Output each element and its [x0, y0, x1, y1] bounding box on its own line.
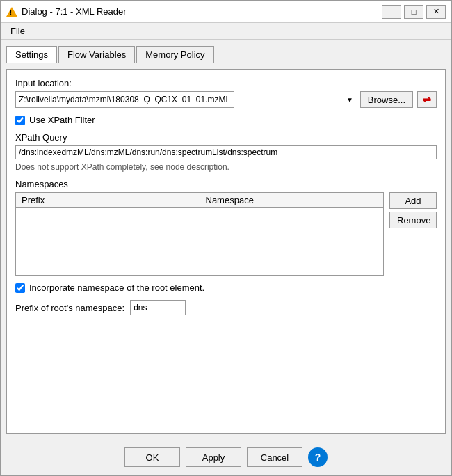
prefix-column-header: Prefix	[16, 193, 200, 207]
namespaces-group: Namespaces Prefix Namespace Add Remove	[15, 179, 437, 276]
minimize-button[interactable]: —	[382, 5, 401, 19]
dropdown-arrow-icon: ▼	[346, 96, 353, 104]
window-title: Dialog - 7:1 - XML Reader	[22, 6, 127, 17]
help-button[interactable]: ?	[308, 447, 328, 467]
tab-flow-variables[interactable]: Flow Variables	[58, 46, 135, 63]
menu-bar: File	[1, 23, 451, 40]
bottom-bar: OK Apply Cancel ?	[1, 439, 451, 475]
maximize-button[interactable]: □	[404, 5, 423, 19]
namespace-table-header: Prefix Namespace	[16, 193, 383, 208]
connect-icon-button[interactable]: ⇌	[417, 91, 437, 108]
input-location-label: Input location:	[15, 78, 437, 88]
title-bar-left: Dialog - 7:1 - XML Reader	[6, 6, 127, 17]
ok-button[interactable]: OK	[124, 447, 180, 467]
tab-bar: Settings Flow Variables Memory Policy	[6, 45, 446, 63]
input-location-row: Z:\rolivella\mydata\mzml\180308_Q_QC1X_0…	[15, 91, 437, 108]
tab-memory-policy[interactable]: Memory Policy	[136, 46, 213, 63]
tab-settings[interactable]: Settings	[6, 46, 57, 63]
input-location-select[interactable]: Z:\rolivella\mydata\mzml\180308_Q_QC1X_0…	[15, 91, 234, 108]
input-location-dropdown-wrapper: Z:\rolivella\mydata\mzml\180308_Q_QC1X_0…	[15, 91, 356, 108]
incorporate-namespace-row: Incorporate namespace of the root elemen…	[15, 283, 437, 293]
xpath-query-label: XPath Query	[15, 132, 437, 143]
title-bar-controls: — □ ✕	[382, 5, 446, 19]
remove-namespace-button[interactable]: Remove	[389, 212, 437, 228]
namespace-column-header: Namespace	[200, 193, 384, 207]
add-namespace-button[interactable]: Add	[389, 192, 437, 209]
use-xpath-filter-row: Use XPath Filter	[15, 115, 437, 125]
use-xpath-filter-label: Use XPath Filter	[29, 115, 95, 125]
namespace-table-body	[16, 208, 383, 271]
connect-icon: ⇌	[423, 94, 431, 105]
use-xpath-filter-checkbox[interactable]	[15, 116, 25, 125]
content-area: Settings Flow Variables Memory Policy In…	[1, 40, 451, 439]
warning-icon	[6, 6, 17, 17]
title-bar: Dialog - 7:1 - XML Reader — □ ✕	[1, 1, 451, 23]
namespaces-row: Prefix Namespace Add Remove	[15, 192, 437, 276]
file-menu[interactable]: File	[6, 24, 29, 38]
prefix-root-label: Prefix of root's namespace:	[15, 303, 124, 313]
input-location-group: Input location: Z:\rolivella\mydata\mzml…	[15, 78, 437, 108]
apply-button[interactable]: Apply	[186, 447, 241, 467]
xpath-query-input[interactable]	[15, 145, 437, 159]
prefix-root-input[interactable]	[130, 300, 186, 315]
namespace-buttons: Add Remove	[389, 192, 437, 228]
incorporate-namespace-checkbox[interactable]	[15, 283, 25, 293]
close-button[interactable]: ✕	[426, 5, 446, 19]
cancel-button[interactable]: Cancel	[247, 447, 302, 467]
xpath-query-group: XPath Query Does not support XPath compl…	[15, 132, 437, 172]
browse-button[interactable]: Browse...	[360, 91, 413, 108]
settings-panel: Input location: Z:\rolivella\mydata\mzml…	[6, 69, 446, 434]
prefix-root-row: Prefix of root's namespace:	[15, 300, 437, 315]
namespaces-label: Namespaces	[15, 179, 437, 189]
dialog-window: Dialog - 7:1 - XML Reader — □ ✕ File Set…	[0, 0, 452, 476]
incorporate-namespace-label: Incorporate namespace of the root elemen…	[29, 283, 204, 293]
namespace-table: Prefix Namespace	[15, 192, 384, 276]
xpath-note: Does not support XPath completely, see n…	[15, 162, 437, 172]
